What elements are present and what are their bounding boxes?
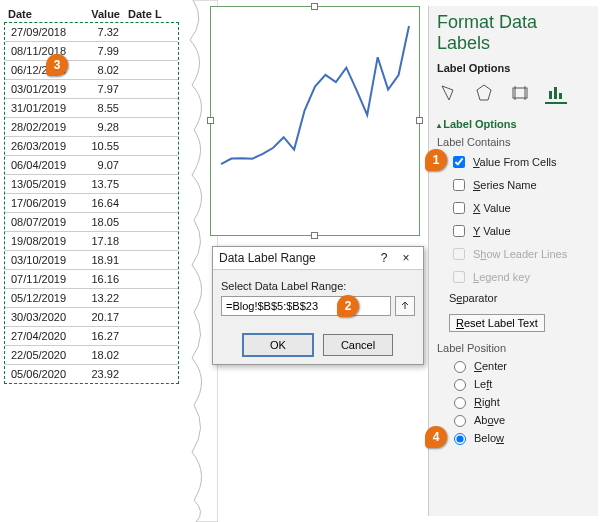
reset-label-text-button[interactable]: Reset Label Text bbox=[449, 314, 545, 332]
cell-value[interactable]: 18.05 bbox=[75, 213, 125, 231]
cell-date[interactable]: 06/04/2019 bbox=[5, 156, 75, 174]
table-row[interactable]: 13/05/201913.75 bbox=[5, 174, 178, 193]
above-radio[interactable] bbox=[454, 415, 466, 427]
cell-value[interactable]: 18.91 bbox=[75, 251, 125, 269]
callout-4: 4 bbox=[425, 426, 447, 448]
cell-value[interactable]: 10.55 bbox=[75, 137, 125, 155]
table-row[interactable]: 19/08/201917.18 bbox=[5, 231, 178, 250]
cell-date[interactable]: 03/10/2019 bbox=[5, 251, 75, 269]
table-row[interactable]: 05/06/202023.92 bbox=[5, 364, 178, 383]
cell-date[interactable]: 08/07/2019 bbox=[5, 213, 75, 231]
table-row[interactable]: 08/11/20187.99 bbox=[5, 41, 178, 60]
cell-date[interactable]: 07/11/2019 bbox=[5, 270, 75, 288]
cell-value[interactable]: 9.28 bbox=[75, 118, 125, 136]
cell-date[interactable]: 19/08/2019 bbox=[5, 232, 75, 250]
cell-date[interactable]: 17/06/2019 bbox=[5, 194, 75, 212]
separator-label: Separator bbox=[449, 292, 497, 304]
ok-button[interactable]: OK bbox=[243, 334, 313, 356]
fill-line-icon[interactable] bbox=[437, 82, 459, 104]
cell-value[interactable]: 16.27 bbox=[75, 327, 125, 345]
center-radio[interactable] bbox=[454, 361, 466, 373]
table-row[interactable]: 27/04/202016.27 bbox=[5, 326, 178, 345]
cell-date[interactable]: 28/02/2019 bbox=[5, 118, 75, 136]
effects-icon[interactable] bbox=[473, 82, 495, 104]
label-options-section[interactable]: Label Options bbox=[437, 118, 590, 130]
table-body[interactable]: 27/09/20187.3208/11/20187.9906/12/20188.… bbox=[4, 22, 179, 384]
size-icon[interactable] bbox=[509, 82, 531, 104]
cell-value[interactable]: 18.02 bbox=[75, 346, 125, 364]
cell-value[interactable]: 17.18 bbox=[75, 232, 125, 250]
header-value[interactable]: Value bbox=[74, 6, 124, 22]
cell-date[interactable]: 03/01/2019 bbox=[5, 80, 75, 98]
table-row[interactable]: 05/12/201913.22 bbox=[5, 288, 178, 307]
help-icon[interactable]: ? bbox=[373, 251, 395, 265]
cell-date[interactable]: 05/12/2019 bbox=[5, 289, 75, 307]
cell-value[interactable]: 20.17 bbox=[75, 308, 125, 326]
right-label: Right bbox=[474, 396, 500, 408]
cell-value[interactable]: 23.92 bbox=[75, 365, 125, 383]
cell-value[interactable]: 13.22 bbox=[75, 289, 125, 307]
table-row[interactable]: 22/05/202018.02 bbox=[5, 345, 178, 364]
label-options-icon[interactable] bbox=[545, 82, 567, 104]
data-label-range-dialog: Data Label Range ? × Select Data Label R… bbox=[212, 246, 424, 365]
y-value-checkbox[interactable] bbox=[453, 225, 465, 237]
cell-value[interactable]: 16.16 bbox=[75, 270, 125, 288]
cell-date[interactable]: 05/06/2020 bbox=[5, 365, 75, 383]
table-row[interactable]: 30/03/202020.17 bbox=[5, 307, 178, 326]
resize-handle-top[interactable] bbox=[311, 3, 318, 10]
resize-handle-right[interactable] bbox=[416, 117, 423, 124]
header-date-l[interactable]: Date L bbox=[124, 6, 179, 22]
panel-title: Format Data Labels bbox=[437, 12, 590, 54]
table-row[interactable]: 26/03/201910.55 bbox=[5, 136, 178, 155]
cell-value[interactable]: 13.75 bbox=[75, 175, 125, 193]
cell-date[interactable]: 30/03/2020 bbox=[5, 308, 75, 326]
chart-area[interactable] bbox=[210, 6, 420, 236]
legend-key-checkbox bbox=[453, 271, 465, 283]
value-from-cells-checkbox[interactable] bbox=[453, 156, 465, 168]
table-row[interactable]: 28/02/20199.28 bbox=[5, 117, 178, 136]
table-row[interactable]: 07/11/201916.16 bbox=[5, 269, 178, 288]
above-label: Above bbox=[474, 414, 505, 426]
below-label: Below bbox=[474, 432, 504, 444]
x-value-checkbox[interactable] bbox=[453, 202, 465, 214]
table-row[interactable]: 03/01/20197.97 bbox=[5, 79, 178, 98]
table-row[interactable]: 06/04/20199.07 bbox=[5, 155, 178, 174]
resize-handle-bottom[interactable] bbox=[311, 232, 318, 239]
table-row[interactable]: 31/01/20198.55 bbox=[5, 98, 178, 117]
svg-rect-6 bbox=[559, 93, 562, 99]
svg-rect-4 bbox=[549, 91, 552, 99]
table-row[interactable]: 27/09/20187.32 bbox=[5, 23, 178, 41]
cell-date[interactable]: 26/03/2019 bbox=[5, 137, 75, 155]
callout-1: 1 bbox=[425, 149, 447, 171]
cell-date[interactable]: 13/05/2019 bbox=[5, 175, 75, 193]
cell-value[interactable]: 8.55 bbox=[75, 99, 125, 117]
series-name-checkbox[interactable] bbox=[453, 179, 465, 191]
table-row[interactable]: 03/10/201918.91 bbox=[5, 250, 178, 269]
close-icon[interactable]: × bbox=[395, 251, 417, 265]
label-contains-label: Label Contains bbox=[437, 136, 590, 148]
cell-value[interactable]: 9.07 bbox=[75, 156, 125, 174]
table-row[interactable]: 08/07/201918.05 bbox=[5, 212, 178, 231]
cell-date[interactable]: 31/01/2019 bbox=[5, 99, 75, 117]
cell-value[interactable]: 7.99 bbox=[75, 42, 125, 60]
dialog-title: Data Label Range bbox=[219, 251, 316, 265]
below-radio[interactable] bbox=[454, 433, 466, 445]
cell-value[interactable]: 16.64 bbox=[75, 194, 125, 212]
data-table: Date Value Date L 27/09/20187.3208/11/20… bbox=[4, 6, 179, 384]
range-picker-icon[interactable] bbox=[395, 296, 415, 316]
cell-value[interactable]: 7.97 bbox=[75, 80, 125, 98]
resize-handle-left[interactable] bbox=[207, 117, 214, 124]
cell-date[interactable]: 27/09/2018 bbox=[5, 23, 75, 41]
cell-date[interactable]: 22/05/2020 bbox=[5, 346, 75, 364]
right-radio[interactable] bbox=[454, 397, 466, 409]
left-radio[interactable] bbox=[454, 379, 466, 391]
cell-value[interactable]: 7.32 bbox=[75, 23, 125, 41]
cell-value[interactable]: 8.02 bbox=[75, 61, 125, 79]
table-row[interactable]: 06/12/20188.02 bbox=[5, 60, 178, 79]
cancel-button[interactable]: Cancel bbox=[323, 334, 393, 356]
x-value-label: X Value bbox=[473, 202, 511, 214]
table-row[interactable]: 17/06/201916.64 bbox=[5, 193, 178, 212]
cell-date[interactable]: 27/04/2020 bbox=[5, 327, 75, 345]
header-date[interactable]: Date bbox=[4, 6, 74, 22]
range-input[interactable] bbox=[221, 296, 391, 316]
